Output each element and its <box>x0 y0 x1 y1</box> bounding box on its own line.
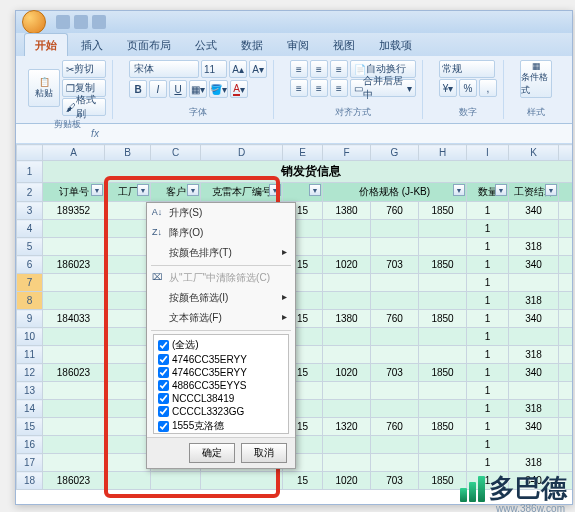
col-header[interactable]: I <box>467 145 509 161</box>
header-cell[interactable]: 克雷本厂编号▼ <box>201 183 283 202</box>
cell[interactable] <box>371 328 419 346</box>
cell[interactable] <box>559 364 573 382</box>
row-header[interactable]: 15 <box>17 418 43 436</box>
qat-redo-icon[interactable] <box>92 15 106 29</box>
cell[interactable]: 1 <box>467 238 509 256</box>
cell[interactable] <box>419 436 467 454</box>
header-cell[interactable]: ▼ <box>283 183 323 202</box>
filter-arrow-icon[interactable]: ▼ <box>495 184 507 196</box>
cell[interactable]: 1 <box>467 364 509 382</box>
font-size-input[interactable] <box>201 60 227 78</box>
row-header[interactable]: 14 <box>17 400 43 418</box>
cell[interactable] <box>105 202 151 220</box>
row-header[interactable]: 3 <box>17 202 43 220</box>
cell[interactable] <box>105 256 151 274</box>
conditional-format-button[interactable]: ▦ 条件格式 <box>520 60 552 98</box>
cell[interactable]: 1 <box>467 310 509 328</box>
number-format-select[interactable] <box>439 60 495 78</box>
cell[interactable] <box>105 472 151 490</box>
check-option[interactable]: 4746CC35ERYY <box>156 353 286 366</box>
cell[interactable]: 186023 <box>43 472 105 490</box>
check-select-all[interactable]: (全选) <box>156 337 286 353</box>
cell[interactable]: 1850 <box>419 418 467 436</box>
col-header[interactable]: B <box>105 145 151 161</box>
header-cell[interactable]: 工资结算▼ <box>509 183 559 202</box>
cell[interactable] <box>105 274 151 292</box>
cell[interactable] <box>323 238 371 256</box>
cell[interactable]: 1850 <box>419 202 467 220</box>
cell[interactable]: 760 <box>371 310 419 328</box>
header-cell[interactable]: 客户▼ <box>151 183 201 202</box>
cell[interactable]: 318 <box>509 454 559 472</box>
cell[interactable]: 340 <box>509 418 559 436</box>
col-header[interactable]: A <box>43 145 105 161</box>
cell[interactable]: 1850 <box>419 364 467 382</box>
cell[interactable]: 189352 <box>43 202 105 220</box>
cell[interactable]: 1 <box>467 346 509 364</box>
sort-asc-item[interactable]: A↓升序(S) <box>147 203 295 223</box>
col-header[interactable] <box>559 145 573 161</box>
comma-button[interactable]: , <box>479 79 497 97</box>
row-header[interactable]: 7 <box>17 274 43 292</box>
ok-button[interactable]: 确定 <box>189 443 235 463</box>
col-header[interactable]: F <box>323 145 371 161</box>
cell[interactable] <box>371 436 419 454</box>
checkbox[interactable] <box>158 354 169 365</box>
cell[interactable] <box>43 220 105 238</box>
cell[interactable] <box>559 418 573 436</box>
cell[interactable] <box>43 382 105 400</box>
col-header[interactable]: K <box>509 145 559 161</box>
cell[interactable] <box>323 328 371 346</box>
cell[interactable] <box>371 274 419 292</box>
cell[interactable] <box>323 400 371 418</box>
cell[interactable]: 1 <box>467 274 509 292</box>
tab-view[interactable]: 视图 <box>322 33 366 56</box>
tab-layout[interactable]: 页面布局 <box>116 33 182 56</box>
fx-icon[interactable]: fx <box>86 128 104 139</box>
filter-arrow-icon[interactable]: ▼ <box>187 184 199 196</box>
cell[interactable] <box>105 310 151 328</box>
filter-color-item[interactable]: 按颜色筛选(I)▸ <box>147 288 295 308</box>
sort-color-item[interactable]: 按颜色排序(T)▸ <box>147 243 295 263</box>
tab-home[interactable]: 开始 <box>24 33 68 56</box>
italic-button[interactable]: I <box>149 80 167 98</box>
filter-arrow-icon[interactable]: ▼ <box>91 184 103 196</box>
row-header[interactable]: 6 <box>17 256 43 274</box>
cell[interactable] <box>105 346 151 364</box>
text-filter-item[interactable]: 文本筛选(F)▸ <box>147 308 295 328</box>
cell[interactable] <box>559 382 573 400</box>
filter-arrow-icon[interactable]: ▼ <box>137 184 149 196</box>
cell[interactable] <box>559 454 573 472</box>
sheet-title[interactable]: 销发货信息 <box>43 161 573 183</box>
cell[interactable]: 184033 <box>43 310 105 328</box>
cell[interactable] <box>323 382 371 400</box>
cell[interactable] <box>419 328 467 346</box>
cell[interactable] <box>419 346 467 364</box>
cell[interactable] <box>105 454 151 472</box>
cell[interactable] <box>371 220 419 238</box>
cell[interactable]: 318 <box>509 346 559 364</box>
cell[interactable]: 1 <box>467 328 509 346</box>
checkbox[interactable] <box>158 393 169 404</box>
cell[interactable] <box>559 292 573 310</box>
cell[interactable]: 1020 <box>323 472 371 490</box>
checkbox[interactable] <box>158 406 169 417</box>
header-cell[interactable]: 订单号▼ <box>43 183 105 202</box>
cell[interactable]: 318 <box>509 238 559 256</box>
cell[interactable] <box>509 436 559 454</box>
cell[interactable]: 1020 <box>323 364 371 382</box>
cancel-button[interactable]: 取消 <box>241 443 287 463</box>
cell[interactable]: 340 <box>509 202 559 220</box>
row-header[interactable]: 10 <box>17 328 43 346</box>
header-cell[interactable]: 工厂▼ <box>105 183 151 202</box>
row-header[interactable]: 2 <box>17 183 43 202</box>
cell[interactable]: 340 <box>509 310 559 328</box>
cell[interactable] <box>43 436 105 454</box>
tab-review[interactable]: 审阅 <box>276 33 320 56</box>
cell[interactable]: 1850 <box>419 256 467 274</box>
align-bot-button[interactable]: ≡ <box>330 60 348 78</box>
cell[interactable] <box>419 238 467 256</box>
align-right-button[interactable]: ≡ <box>330 79 348 97</box>
currency-button[interactable]: ¥▾ <box>439 79 457 97</box>
row-header[interactable]: 8 <box>17 292 43 310</box>
